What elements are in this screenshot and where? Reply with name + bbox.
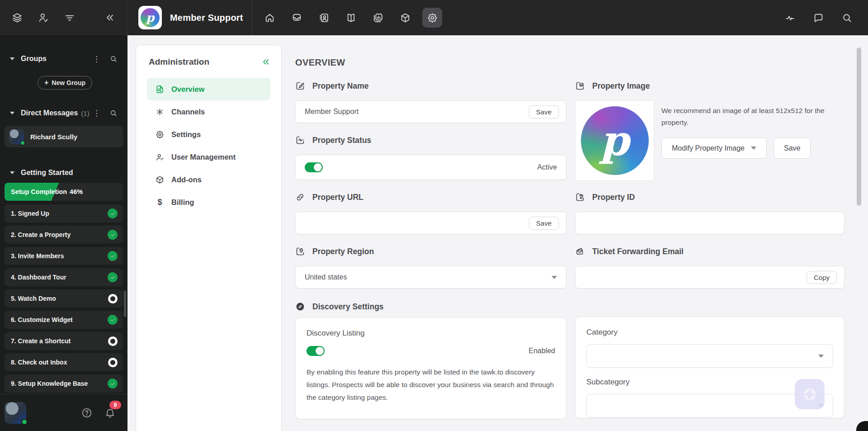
admin-menu-settings[interactable]: Settings — [147, 123, 270, 146]
property-name-input[interactable] — [305, 108, 529, 116]
filter-icon[interactable] — [64, 12, 75, 24]
sidebar: Groups ⋮ + New Group Direct Messages (1)… — [0, 35, 127, 431]
dm-search-icon[interactable] — [109, 109, 118, 117]
chat-widget-bubble[interactable] — [795, 379, 825, 409]
step-invite-members[interactable]: 3. Invite Members — [5, 247, 123, 265]
search-icon[interactable] — [841, 12, 853, 24]
overview-icon — [155, 85, 165, 94]
notifications-badge: 9 — [109, 401, 121, 409]
setup-completion-bar: Setup Completion 46% — [5, 183, 123, 201]
groups-icon[interactable] — [11, 12, 23, 24]
property-url-field: Save — [295, 212, 566, 234]
administration-menu: Overview Channels Settings User Manageme… — [136, 78, 281, 213]
check-icon — [108, 208, 118, 218]
property-status-toggle[interactable] — [305, 162, 323, 172]
groups-search-icon[interactable] — [109, 55, 118, 63]
discovery-listing-description: By enabling this feature this property w… — [307, 366, 560, 404]
topbar-left-rail — [0, 0, 127, 35]
property-logo: p — [138, 6, 162, 29]
addons-icon[interactable] — [395, 8, 415, 28]
property-url-header: Property URL — [295, 192, 566, 203]
step-dashboard-tour[interactable]: 4. Dashboard Tour — [5, 268, 123, 286]
topbar-right — [784, 12, 868, 24]
current-user-avatar[interactable] — [5, 402, 26, 424]
notifications-bell-icon[interactable]: 9 — [104, 407, 116, 418]
administration-title: Administration — [149, 57, 209, 67]
property-status-header: Property Status — [295, 135, 566, 146]
step-setup-knowledge-base[interactable]: 9. Setup Knowledge Base — [5, 374, 123, 393]
step-watch-demo[interactable]: 5. Watch Demo — [5, 289, 123, 308]
direct-messages-section-header[interactable]: Direct Messages (1) ⋮ — [0, 108, 127, 118]
administration-panel: Administration Overview Channels — [136, 45, 281, 431]
tawk-dashboard: p Member Support — [0, 0, 868, 431]
inbox-icon[interactable] — [287, 8, 307, 28]
main-nav — [252, 8, 442, 28]
property-id-input[interactable] — [585, 219, 837, 227]
property-url-input[interactable] — [305, 219, 529, 227]
admin-menu-billing[interactable]: $ Billing — [147, 191, 270, 213]
step-customize-widget[interactable]: 6. Customize Widget — [5, 311, 123, 329]
home-icon[interactable] — [259, 8, 279, 28]
settings-icon[interactable] — [422, 8, 442, 28]
reporting-icon[interactable] — [368, 8, 388, 28]
admin-menu-overview[interactable]: Overview — [147, 78, 270, 100]
activity-icon[interactable] — [784, 12, 796, 24]
step-signed-up[interactable]: 1. Signed Up — [5, 204, 123, 223]
property-name-save-button[interactable]: Save — [529, 105, 559, 118]
knowledge-base-icon[interactable] — [341, 8, 361, 28]
dm-contact-richard-scully[interactable]: Richard Scully — [5, 126, 123, 147]
collapse-admin-panel-icon[interactable] — [260, 57, 270, 67]
sidebar-scrollbar[interactable] — [124, 291, 126, 317]
link-icon — [295, 192, 305, 202]
agents-icon[interactable] — [38, 12, 49, 24]
ticket-mail-icon — [575, 246, 585, 256]
location-pin-icon — [295, 246, 305, 256]
check-icon — [108, 251, 118, 261]
groups-section-header[interactable]: Groups ⋮ — [0, 53, 127, 64]
messages-icon[interactable] — [813, 12, 824, 24]
step-create-shortcut[interactable]: 7. Create a Shortcut — [5, 332, 123, 350]
admin-menu-user-management[interactable]: User Management — [147, 146, 270, 168]
discovery-settings-header: Discovery Settings — [295, 301, 566, 312]
property-region-select[interactable]: United states — [295, 266, 566, 289]
compass-icon — [295, 302, 305, 312]
dm-menu-icon[interactable]: ⋮ — [93, 109, 100, 117]
ticket-forwarding-copy-button[interactable]: Copy — [807, 271, 837, 284]
category-select[interactable] — [586, 344, 833, 368]
discovery-listing-toggle[interactable] — [307, 346, 325, 356]
main-scrollbar[interactable] — [857, 47, 861, 206]
caret-down-icon — [10, 112, 14, 114]
check-icon — [108, 379, 118, 388]
admin-menu-addons[interactable]: Add-ons — [147, 168, 270, 191]
admin-menu-channels[interactable]: Channels — [147, 100, 270, 123]
modify-property-image-button[interactable]: Modify Property Image — [661, 137, 767, 159]
discovery-listing-status: Enabled — [528, 347, 555, 355]
ticket-forwarding-header: Ticket Forwarding Email — [575, 246, 844, 257]
help-icon[interactable] — [81, 407, 93, 419]
property-image-save-button[interactable]: Save — [774, 137, 811, 159]
property-image-row: p We recommend an image of at least 512x… — [575, 100, 844, 181]
groups-menu-icon[interactable]: ⋮ — [93, 55, 100, 63]
contacts-icon[interactable] — [314, 8, 334, 28]
fingerprint-icon — [575, 192, 585, 202]
property-switcher[interactable]: p Member Support — [127, 0, 252, 35]
step-check-out-inbox[interactable]: 8. Check out Inbox — [5, 353, 123, 371]
setup-completion-label: Setup Completion — [11, 188, 67, 195]
widget-corner — [856, 421, 868, 431]
avatar — [9, 129, 24, 144]
getting-started-section-header[interactable]: Getting Started — [0, 167, 127, 178]
property-image-preview: p — [575, 100, 654, 181]
step-create-property[interactable]: 2. Create a Property — [5, 226, 123, 244]
property-url-save-button[interactable]: Save — [529, 217, 559, 230]
channels-icon — [155, 107, 165, 117]
caret-down-icon — [10, 171, 14, 174]
collapse-sidebar-icon[interactable] — [104, 12, 115, 24]
ticket-forwarding-input[interactable] — [585, 273, 807, 281]
discovery-listing-title: Discovery Listing — [307, 329, 555, 338]
discovery-listing-card: Discovery Listing Enabled By enabling th… — [295, 317, 566, 419]
chevron-down-icon — [751, 147, 756, 150]
todo-circle-icon — [108, 294, 118, 303]
property-status-card: Active — [295, 155, 566, 180]
getting-started-label: Getting Started — [21, 169, 73, 177]
new-group-button[interactable]: + New Group — [38, 76, 92, 90]
